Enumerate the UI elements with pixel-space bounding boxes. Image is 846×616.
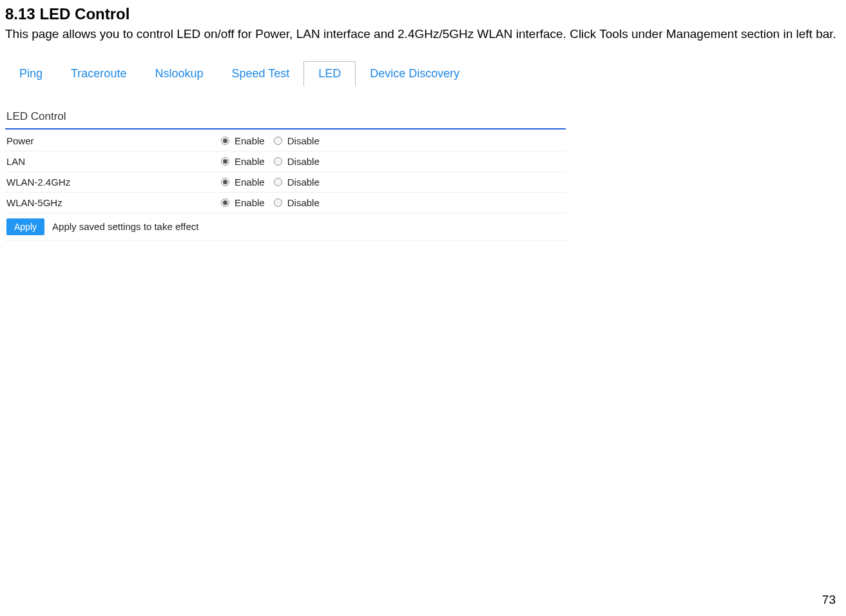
apply-text: Apply saved settings to take effect — [52, 221, 198, 232]
radio-lan-disable[interactable] — [274, 157, 282, 166]
section-description: This page allows you to control LED on/o… — [0, 26, 846, 43]
row-wlan24: WLAN-2.4GHz Enable Disable — [5, 172, 566, 193]
label-wlan24-disable: Disable — [287, 177, 320, 188]
tab-traceroute[interactable]: Traceroute — [57, 62, 140, 86]
apply-button[interactable]: Apply — [6, 218, 44, 235]
led-control-panel: LED Control Power Enable Disable LAN Ena… — [5, 104, 572, 241]
radio-wlan5-disable[interactable] — [274, 198, 282, 207]
row-lan: LAN Enable Disable — [5, 151, 566, 172]
panel-divider — [5, 128, 566, 130]
label-wlan24-enable: Enable — [235, 177, 265, 188]
tab-speed-test[interactable]: Speed Test — [217, 62, 303, 86]
radio-wlan24-disable[interactable] — [274, 178, 282, 186]
tab-led[interactable]: LED — [303, 61, 356, 86]
label-wlan5-enable: Enable — [235, 197, 265, 208]
tab-nslookup[interactable]: Nslookup — [140, 62, 217, 86]
section-heading: 8.13 LED Control — [0, 0, 846, 26]
apply-row: Apply Apply saved settings to take effec… — [5, 213, 566, 241]
row-label-wlan24: WLAN-2.4GHz — [5, 177, 221, 188]
radio-wlan5-enable[interactable] — [221, 198, 229, 207]
row-label-lan: LAN — [5, 156, 221, 167]
row-label-power: Power — [5, 135, 221, 146]
label-wlan5-disable: Disable — [287, 197, 320, 208]
tab-bar: Ping Traceroute Nslookup Speed Test LED … — [5, 61, 572, 86]
panel-title: LED Control — [5, 104, 572, 128]
page-number: 73 — [822, 593, 836, 607]
screenshot-panel: Ping Traceroute Nslookup Speed Test LED … — [5, 61, 572, 241]
row-controls-power: Enable Disable — [221, 135, 566, 146]
row-controls-wlan5: Enable Disable — [221, 197, 566, 208]
led-control-table: Power Enable Disable LAN Enable Disable — [5, 131, 566, 213]
label-power-enable: Enable — [235, 135, 265, 146]
radio-power-disable[interactable] — [274, 137, 282, 145]
radio-lan-enable[interactable] — [221, 157, 229, 166]
label-lan-enable: Enable — [235, 156, 265, 167]
tab-ping[interactable]: Ping — [5, 62, 57, 86]
row-label-wlan5: WLAN-5GHz — [5, 197, 221, 208]
label-power-disable: Disable — [287, 135, 320, 146]
tab-device-discovery[interactable]: Device Discovery — [356, 62, 474, 86]
row-controls-wlan24: Enable Disable — [221, 177, 566, 188]
label-lan-disable: Disable — [287, 156, 320, 167]
row-power: Power Enable Disable — [5, 131, 566, 151]
row-wlan5: WLAN-5GHz Enable Disable — [5, 193, 566, 213]
radio-wlan24-enable[interactable] — [221, 178, 229, 186]
radio-power-enable[interactable] — [221, 137, 229, 145]
row-controls-lan: Enable Disable — [221, 156, 566, 167]
